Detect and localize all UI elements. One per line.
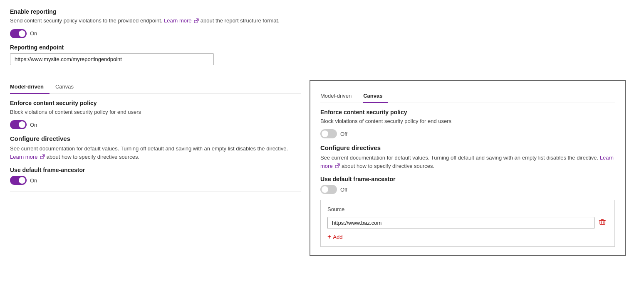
enable-reporting-toggle-wrapper: On bbox=[10, 29, 634, 38]
left-tabs-row: Model-driven Canvas bbox=[10, 80, 301, 94]
enable-reporting-learn-more-link[interactable]: Learn more bbox=[164, 17, 201, 24]
right-configure-directives-desc: See current documentation for default va… bbox=[320, 154, 615, 170]
reporting-endpoint-input[interactable] bbox=[10, 53, 214, 65]
left-frame-ancestor-toggle-label: On bbox=[30, 177, 37, 184]
right-configure-external-link-icon bbox=[335, 163, 340, 168]
svg-rect-0 bbox=[194, 20, 197, 23]
left-configure-directives-section: Configure directives See current documen… bbox=[10, 135, 301, 161]
enable-reporting-toggle-label: On bbox=[30, 30, 37, 37]
left-enforce-csp-title: Enforce content security policy bbox=[10, 100, 301, 106]
right-configure-directives-section: Configure directives See current documen… bbox=[320, 144, 615, 170]
main-layout: Model-driven Canvas Enforce content secu… bbox=[10, 80, 634, 256]
right-tabs-row: Model-driven Canvas bbox=[320, 89, 615, 103]
right-enforce-csp-section: Enforce content security policy Block vi… bbox=[320, 109, 615, 139]
left-configure-directives-title: Configure directives bbox=[10, 135, 301, 142]
add-label: Add bbox=[333, 234, 342, 240]
left-configure-external-link-icon bbox=[40, 154, 45, 159]
enable-reporting-section: Enable reporting Send content security p… bbox=[10, 8, 634, 38]
right-tab-model-driven[interactable]: Model-driven bbox=[320, 89, 357, 103]
left-tab-canvas[interactable]: Canvas bbox=[55, 80, 79, 94]
right-source-section: Source + Add bbox=[320, 200, 615, 247]
left-frame-ancestor-toggle-wrapper: On bbox=[10, 176, 301, 185]
left-configure-directives-desc: See current documentation for default va… bbox=[10, 145, 301, 161]
right-frame-ancestor-section: Use default frame-ancestor Off bbox=[320, 176, 615, 194]
left-enforce-csp-toggle-label: On bbox=[30, 122, 37, 128]
left-frame-ancestor-label: Use default frame-ancestor bbox=[10, 167, 301, 173]
svg-line-5 bbox=[338, 164, 339, 166]
right-enforce-csp-title: Enforce content security policy bbox=[320, 109, 615, 116]
right-enforce-csp-toggle-wrapper: Off bbox=[320, 129, 615, 138]
right-source-label: Source bbox=[327, 206, 608, 212]
left-configure-learn-more-link[interactable]: Learn more bbox=[10, 154, 47, 160]
right-enforce-csp-toggle[interactable] bbox=[320, 129, 337, 138]
enable-reporting-title: Enable reporting bbox=[10, 8, 634, 15]
left-panel: Model-driven Canvas Enforce content secu… bbox=[10, 80, 310, 198]
right-frame-ancestor-toggle-wrapper: Off bbox=[320, 185, 615, 194]
right-frame-ancestor-toggle-label: Off bbox=[340, 187, 347, 193]
reporting-endpoint-label: Reporting endpoint bbox=[10, 44, 634, 51]
reporting-endpoint-section: Reporting endpoint bbox=[10, 44, 634, 73]
right-enforce-csp-desc: Block violations of content security pol… bbox=[320, 117, 615, 125]
external-link-icon bbox=[194, 18, 199, 23]
svg-rect-4 bbox=[335, 165, 338, 168]
left-enforce-csp-section: Enforce content security policy Block vi… bbox=[10, 100, 301, 130]
right-tab-canvas[interactable]: Canvas bbox=[363, 89, 388, 103]
add-plus-icon: + bbox=[327, 233, 331, 241]
right-source-input[interactable] bbox=[327, 217, 594, 229]
left-enforce-csp-desc: Block violations of content security pol… bbox=[10, 108, 301, 116]
right-source-delete-button[interactable] bbox=[597, 216, 608, 229]
enable-reporting-desc: Send content security policy violations … bbox=[10, 17, 634, 25]
right-enforce-csp-toggle-label: Off bbox=[340, 131, 347, 137]
right-frame-ancestor-label: Use default frame-ancestor bbox=[320, 176, 615, 182]
left-frame-ancestor-section: Use default frame-ancestor On bbox=[10, 167, 301, 185]
right-source-input-row bbox=[327, 216, 608, 229]
left-enforce-csp-toggle[interactable] bbox=[10, 120, 27, 129]
right-panel: Model-driven Canvas Enforce content secu… bbox=[310, 80, 626, 256]
left-tab-model-driven[interactable]: Model-driven bbox=[10, 80, 50, 94]
svg-line-3 bbox=[43, 155, 45, 157]
right-source-add-button[interactable]: + Add bbox=[327, 233, 342, 241]
left-enforce-csp-toggle-wrapper: On bbox=[10, 120, 301, 129]
enable-reporting-toggle[interactable] bbox=[10, 29, 27, 38]
svg-rect-2 bbox=[40, 156, 43, 159]
svg-line-1 bbox=[197, 19, 198, 20]
svg-rect-6 bbox=[600, 220, 605, 224]
left-divider bbox=[10, 192, 301, 192]
right-frame-ancestor-toggle[interactable] bbox=[320, 185, 337, 194]
right-configure-directives-title: Configure directives bbox=[320, 144, 615, 151]
delete-icon bbox=[599, 218, 606, 226]
left-frame-ancestor-toggle[interactable] bbox=[10, 176, 27, 185]
